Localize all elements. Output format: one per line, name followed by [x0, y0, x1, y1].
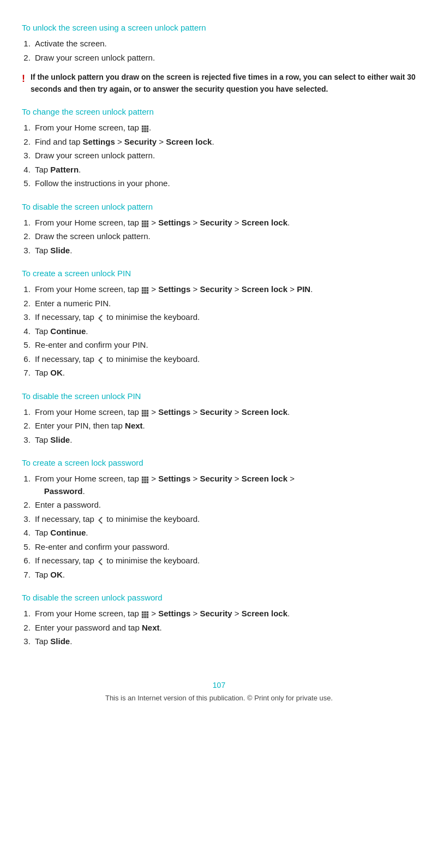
svg-rect-20: [147, 287, 149, 289]
list-item: From your Home screen, tap > Settings > …: [33, 473, 416, 497]
back-icon: [97, 515, 104, 523]
bold-text: Settings: [158, 407, 190, 417]
list-item: From your Home screen, tap > Settings > …: [33, 217, 416, 229]
list-item: Tap Continue.: [33, 325, 416, 338]
svg-rect-7: [144, 130, 146, 133]
bold-text: Security: [200, 284, 232, 294]
svg-rect-31: [144, 412, 146, 414]
svg-rect-36: [142, 477, 144, 479]
bold-text: Slide: [50, 637, 70, 646]
svg-rect-10: [144, 221, 146, 223]
svg-rect-22: [144, 290, 146, 292]
list-item: Enter a numeric PIN.: [33, 298, 416, 310]
bold-text: Next: [125, 421, 143, 430]
list-item: Draw the screen unlock pattern.: [33, 230, 416, 243]
svg-rect-11: [147, 221, 149, 223]
svg-rect-15: [142, 225, 144, 228]
list-item: From your Home screen, tap .: [33, 122, 416, 134]
svg-rect-48: [142, 614, 144, 616]
svg-rect-9: [142, 221, 144, 223]
section-unlock-screen-pattern: To unlock the screen using a screen unlo…: [22, 23, 416, 95]
svg-rect-21: [142, 290, 144, 292]
list-item: Draw your screen unlock pattern.: [33, 52, 416, 64]
svg-rect-43: [144, 481, 146, 484]
svg-rect-38: [147, 477, 149, 479]
list-item: From your Home screen, tap > Settings > …: [33, 283, 416, 296]
svg-rect-16: [144, 225, 146, 228]
svg-rect-37: [144, 477, 146, 479]
list-item: Tap Slide.: [33, 434, 416, 447]
page-number: 107: [22, 681, 416, 689]
svg-rect-1: [144, 126, 146, 128]
list-item: Enter your password and tap Next.: [33, 622, 416, 634]
list-item: Tap Slide.: [33, 635, 416, 648]
grid-icon: [141, 286, 149, 293]
svg-rect-40: [144, 479, 146, 481]
list-disable-unlock-pattern: From your Home screen, tap > Settings > …: [33, 217, 416, 257]
svg-rect-52: [144, 616, 146, 619]
svg-rect-53: [147, 616, 149, 619]
section-title-change-unlock-pattern: To change the screen unlock pattern: [22, 107, 416, 116]
section-change-unlock-pattern: To change the screen unlock pattern From…: [22, 107, 416, 190]
grid-icon: [141, 610, 149, 617]
svg-rect-29: [147, 410, 149, 412]
svg-rect-5: [147, 128, 149, 130]
bold-text: OK: [50, 570, 63, 579]
svg-rect-12: [142, 223, 144, 225]
svg-rect-42: [142, 481, 144, 484]
bold-text: Security: [200, 609, 232, 618]
section-disable-unlock-pattern: To disable the screen unlock pattern Fro…: [22, 202, 416, 257]
svg-rect-35: [147, 415, 149, 417]
list-disable-unlock-password: From your Home screen, tap > Settings > …: [33, 608, 416, 648]
section-title-disable-unlock-pattern: To disable the screen unlock pattern: [22, 202, 416, 211]
list-item: Re-enter and confirm your password.: [33, 541, 416, 554]
svg-rect-0: [142, 126, 144, 128]
bold-text: Screen lock: [242, 284, 287, 294]
warning-box: ! If the unlock pattern you draw on the …: [22, 72, 416, 95]
bold-text: Continue: [50, 528, 86, 537]
svg-rect-13: [144, 223, 146, 225]
grid-icon: [141, 408, 149, 416]
bold-text: Slide: [50, 246, 70, 255]
section-title-create-lock-password: To create a screen lock password: [22, 458, 416, 467]
back-icon: [97, 355, 104, 363]
bold-text: Pattern: [50, 165, 79, 174]
svg-rect-18: [142, 287, 144, 289]
list-item: If necessary, tap to minimise the keyboa…: [33, 353, 416, 366]
svg-rect-3: [142, 128, 144, 130]
list-item: If necessary, tap to minimise the keyboa…: [33, 513, 416, 526]
list-item: Find and tap Settings > Security > Scree…: [33, 136, 416, 148]
svg-rect-23: [147, 290, 149, 292]
svg-rect-30: [142, 412, 144, 414]
section-title-create-unlock-pin: To create a screen unlock PIN: [22, 269, 416, 278]
svg-rect-8: [147, 130, 149, 133]
svg-rect-50: [147, 614, 149, 616]
svg-rect-17: [147, 225, 149, 228]
bold-text: Password: [44, 486, 83, 496]
bold-text: Security: [200, 218, 232, 227]
footer: 107 This is an Internet version of this …: [22, 681, 416, 702]
svg-rect-33: [142, 415, 144, 417]
bold-text: OK: [50, 368, 63, 377]
bold-text: Screen lock: [242, 407, 287, 417]
bold-text: Screen lock: [242, 218, 287, 227]
svg-rect-44: [147, 481, 149, 484]
list-item: If necessary, tap to minimise the keyboa…: [33, 555, 416, 567]
list-item: If necessary, tap to minimise the keyboa…: [33, 311, 416, 324]
svg-rect-28: [144, 410, 146, 412]
svg-rect-26: [147, 292, 149, 294]
list-unlock-screen-pattern: Activate the screen. Draw your screen un…: [33, 38, 416, 64]
svg-rect-34: [144, 415, 146, 417]
section-title-unlock-screen-pattern: To unlock the screen using a screen unlo…: [22, 23, 416, 32]
list-item: Activate the screen.: [33, 38, 416, 50]
list-item: Tap Slide.: [33, 245, 416, 257]
svg-rect-41: [147, 479, 149, 481]
bold-text: Security: [200, 474, 232, 483]
svg-rect-49: [144, 614, 146, 616]
svg-rect-51: [142, 616, 144, 619]
bold-text: PIN: [297, 284, 310, 294]
svg-rect-4: [144, 128, 146, 130]
svg-rect-25: [144, 292, 146, 294]
svg-rect-24: [142, 292, 144, 294]
list-item: From your Home screen, tap > Settings > …: [33, 608, 416, 620]
